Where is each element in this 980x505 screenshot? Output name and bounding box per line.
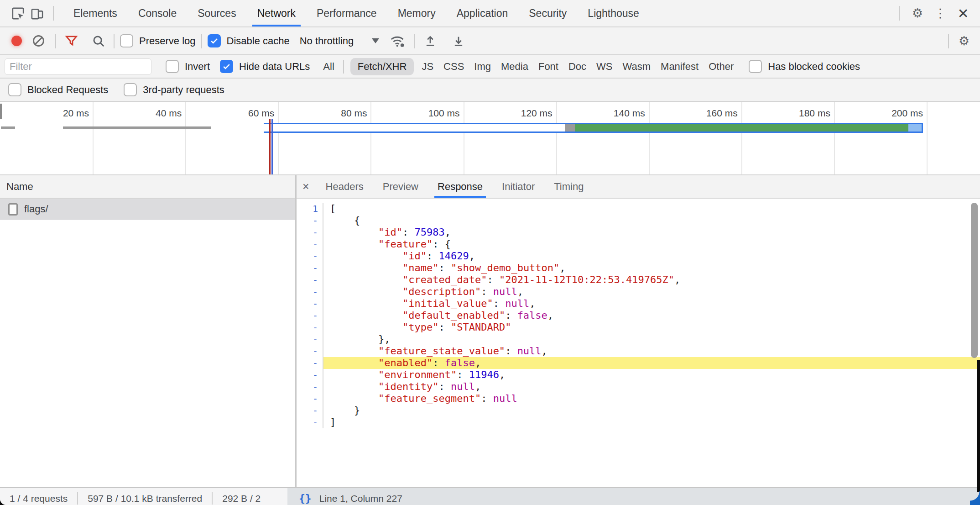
other-request-bar xyxy=(1,126,15,129)
settings-gear-icon[interactable]: ⚙ xyxy=(908,6,927,21)
type-filter-fetch-xhr[interactable]: Fetch/XHR xyxy=(350,58,414,75)
timeline-tick-label: 160 ms xyxy=(706,108,741,119)
type-filter-manifest[interactable]: Manifest xyxy=(656,58,704,75)
status-bar: 1 / 4 requests597 B / 10.1 kB transferre… xyxy=(0,487,980,505)
hide-data-urls-checkbox[interactable] xyxy=(220,60,233,73)
detail-tab-timing[interactable]: Timing xyxy=(544,175,593,198)
network-overview-timeline[interactable]: 20 ms40 ms60 ms80 ms100 ms120 ms140 ms16… xyxy=(0,102,980,175)
line-text: "identity": null, xyxy=(323,381,980,393)
code-line: - "feature_segment": null xyxy=(297,393,980,405)
search-icon[interactable] xyxy=(89,34,108,48)
has-blocked-cookies-checkbox[interactable] xyxy=(749,60,762,73)
response-body-view[interactable]: 1[- {- "id": 75983,- "feature": {- "id":… xyxy=(297,199,980,487)
line-text: "created_date": "2021-11-12T10:22:53.419… xyxy=(323,274,980,286)
close-detail-icon[interactable]: × xyxy=(297,175,316,198)
detail-tab-initiator[interactable]: Initiator xyxy=(492,175,544,198)
line-text: "feature": { xyxy=(323,238,980,250)
format-braces-icon[interactable]: {} xyxy=(299,493,312,505)
selected-request-bar[interactable] xyxy=(264,123,923,133)
divider xyxy=(343,60,344,74)
type-filter-css[interactable]: CSS xyxy=(438,58,469,75)
divider xyxy=(114,34,115,48)
network-settings-gear-icon[interactable]: ⚙ xyxy=(954,34,974,48)
type-filter-other[interactable]: Other xyxy=(704,58,739,75)
tab-console[interactable]: Console xyxy=(128,0,187,26)
token: : xyxy=(427,250,439,262)
device-toolbar-icon[interactable] xyxy=(27,4,47,22)
inspect-element-icon[interactable] xyxy=(8,4,27,22)
tab-memory[interactable]: Memory xyxy=(387,0,446,26)
close-devtools-icon[interactable]: ✕ xyxy=(954,5,973,21)
token: : xyxy=(438,381,451,392)
export-har-icon[interactable] xyxy=(448,34,469,48)
hide-data-urls-label: Hide data URLs xyxy=(239,61,310,73)
line-number: - xyxy=(297,345,323,357)
type-filter-js[interactable]: JS xyxy=(417,58,438,75)
timeline-tick-label: 120 ms xyxy=(521,108,556,119)
invert-checkbox[interactable] xyxy=(166,60,179,73)
blocked-requests-setting: Blocked Requests xyxy=(8,83,108,96)
tab-sources[interactable]: Sources xyxy=(187,0,246,26)
response-code-lines: 1[- {- "id": 75983,- "feature": {- "id":… xyxy=(297,203,980,428)
request-row-flags[interactable]: flags/ xyxy=(0,199,295,220)
line-number: - xyxy=(297,215,323,226)
tab-lighthouse[interactable]: Lighthouse xyxy=(577,0,650,26)
type-filter-media[interactable]: Media xyxy=(496,58,533,75)
other-request-bar xyxy=(63,126,211,129)
line-text: }, xyxy=(323,333,980,345)
timeline-origin-mark xyxy=(0,104,2,119)
token: : { xyxy=(433,238,451,250)
status-summary-item: 1 / 4 requests xyxy=(0,492,77,505)
code-line: - "initial_value": null, xyxy=(297,298,980,310)
type-filter-wasm[interactable]: Wasm xyxy=(618,58,656,75)
tab-elements[interactable]: Elements xyxy=(63,0,128,26)
requests-table-header[interactable]: Name xyxy=(0,175,295,199)
network-conditions-icon[interactable] xyxy=(387,34,408,48)
third-party-checkbox[interactable] xyxy=(124,83,137,96)
request-name: flags/ xyxy=(24,203,48,215)
type-filter-doc[interactable]: Doc xyxy=(563,58,591,75)
token: "initial_value" xyxy=(402,298,493,309)
detail-tab-response[interactable]: Response xyxy=(428,175,492,198)
more-menu-icon[interactable]: ⋮ xyxy=(931,6,950,21)
tab-application[interactable]: Application xyxy=(446,0,519,26)
code-line: - "id": 14629, xyxy=(297,250,980,262)
token: "feature" xyxy=(378,238,433,250)
tab-performance[interactable]: Performance xyxy=(306,0,387,26)
type-filter-ws[interactable]: WS xyxy=(591,58,617,75)
vertical-scrollbar[interactable] xyxy=(971,203,978,358)
code-line: - "created_date": "2021-11-12T10:22:53.4… xyxy=(297,274,980,286)
token xyxy=(330,357,378,368)
clear-network-log-icon[interactable] xyxy=(33,35,44,47)
import-har-icon[interactable] xyxy=(420,34,440,48)
disable-cache-checkbox[interactable] xyxy=(208,34,221,47)
code-line: 1[ xyxy=(297,203,980,215)
type-filter-font[interactable]: Font xyxy=(533,58,563,75)
type-filter-all[interactable]: All xyxy=(318,58,339,75)
preserve-log-checkbox[interactable] xyxy=(120,34,133,47)
throttling-select[interactable]: No throttling xyxy=(300,35,380,47)
divider xyxy=(55,34,56,48)
tab-network[interactable]: Network xyxy=(247,0,306,26)
filter-input[interactable] xyxy=(5,58,151,75)
name-column-header[interactable]: Name xyxy=(0,181,33,193)
blocked-requests-label: Blocked Requests xyxy=(27,84,108,96)
detail-tab-preview[interactable]: Preview xyxy=(373,175,428,198)
request-detail-pane: × HeadersPreviewResponseInitiatorTiming … xyxy=(297,175,980,487)
token: : xyxy=(487,274,499,285)
filter-funnel-icon[interactable] xyxy=(62,34,81,47)
code-line: - "feature": { xyxy=(297,238,980,250)
token: "created_date" xyxy=(402,274,487,285)
line-number: - xyxy=(297,333,323,345)
record-network-log-button[interactable] xyxy=(11,36,22,46)
type-filter-img[interactable]: Img xyxy=(469,58,496,75)
blocked-requests-checkbox[interactable] xyxy=(8,83,21,96)
token: : xyxy=(433,357,445,368)
timeline-gridline xyxy=(834,102,835,174)
detail-tab-headers[interactable]: Headers xyxy=(316,175,373,198)
dom-content-loaded-marker xyxy=(271,119,273,174)
tab-security[interactable]: Security xyxy=(518,0,577,26)
line-text: "id": 75983, xyxy=(323,226,980,238)
token: "feature_segment" xyxy=(378,393,481,404)
line-number: - xyxy=(297,262,323,274)
